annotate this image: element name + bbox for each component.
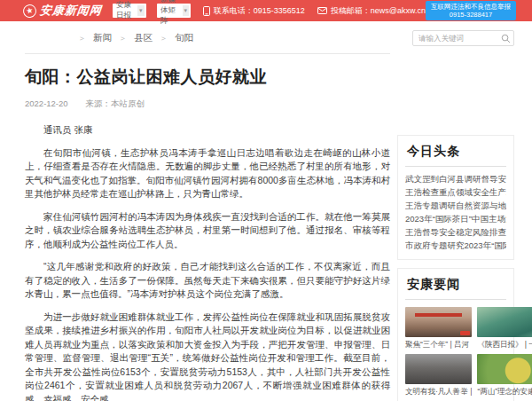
- article-paragraph: “这几年感谢党和政府的好政策，自己才能找到这么合适的工作，不仅离家近，而且有了稳…: [25, 260, 390, 302]
- news-thumbnail-fields: [477, 354, 532, 384]
- top-bar: ★ 安康新闻网 安康日报 ▾ 新媒体矩阵 ▾ 联系电话：0915-3356512…: [0, 0, 532, 21]
- article-paragraph: 家住仙河镇竹园河村的冯本涛因为身体残疾一直没找到合适的工作。就在他一筹莫展之时，…: [25, 210, 390, 252]
- news-thumb-grid: 聚焦“三个年” | 吕河 《陕西日报》 | 一泓清 文明有我·凡人善举 | “两…: [405, 307, 506, 397]
- watermark-logo: [460, 331, 470, 335]
- contact-phone-label: 联系电话：0915-3356512: [214, 5, 305, 17]
- ankang-news-box: 安康要闻 聚焦“三个年” | 吕河 《陕西日报》 | 一泓清 文明有我·凡人善举…: [397, 268, 514, 401]
- red-banner: [415, 313, 462, 317]
- headline-item[interactable]: 王浩专题调研自然资源与地灾防治工作: [405, 199, 506, 212]
- report-button-line1: 互联网违法和不良信息举报: [431, 3, 511, 11]
- report-button-line2: 0915-3288417: [431, 11, 511, 19]
- search-input[interactable]: [413, 34, 497, 43]
- contact-email-label: 投稿邮箱：news@akxw.cn: [331, 5, 426, 17]
- logo-text: 安康新闻网: [39, 3, 103, 19]
- news-thumbnail-river: [477, 307, 532, 337]
- news-thumb-item[interactable]: 聚焦“三个年” | 吕河: [405, 307, 472, 350]
- site-logo[interactable]: ★ 安康新闻网: [23, 3, 102, 19]
- sidebar: 今日头条 武文罡到白河县调研督导安全稳定等工作 王浩检查重点领域安全生产工作 王…: [397, 135, 514, 401]
- article-paragraph: 为进一步做好就业困难群体就业工作，发挥公益性岗位在保障就业和巩固拓展脱贫攻坚成果…: [25, 311, 390, 401]
- news-thumb-item[interactable]: 《陕西日报》 | 一泓清: [477, 307, 532, 350]
- today-headlines-title: 今日头条: [405, 144, 506, 167]
- breadcrumb-counties[interactable]: 县区: [134, 32, 153, 44]
- today-headlines-box: 今日头条 武文罡到白河县调研督导安全稳定等工作 王浩检查重点领域安全生产工作 王…: [397, 135, 514, 260]
- chevron-down-icon: ▾: [137, 5, 145, 16]
- headline-list: 武文罡到白河县调研督导安全稳定等工作 王浩检查重点领域安全生产工作 王浩专题调研…: [405, 172, 506, 252]
- breadcrumb-separator: ＞: [160, 33, 168, 44]
- headline-item[interactable]: 王浩检查重点领域安全生产工作: [405, 185, 506, 199]
- page: ★ 安康新闻网 安康日报 ▾ 新媒体矩阵 ▾ 联系电话：0915-3356512…: [0, 0, 532, 401]
- news-thumb-item[interactable]: “两山”理念的安康实践: [477, 354, 532, 397]
- headline-item[interactable]: 武文罡到白河县调研督导安全稳定等工作: [405, 172, 506, 185]
- breadcrumb-separator: ＞: [119, 33, 127, 44]
- article-body: 通讯员 张康 在旬阳市仙河镇，生态护林员冯本涛手拿巡山日志边唱着歌边走在崎岖的山…: [25, 123, 390, 401]
- article-source: 来源：本站原创: [86, 98, 145, 110]
- article-title: 旬阳：公益岗让困难人员好就业: [25, 66, 390, 89]
- headline-item[interactable]: 2023年“国际茶日”中国主场活动将于5月: [405, 212, 506, 225]
- news-caption: 聚焦“三个年” | 吕河: [405, 340, 472, 350]
- news-thumbnail-crowd: [405, 307, 472, 337]
- headline-item[interactable]: 王浩督导安全稳定风险排查化解工作: [405, 225, 506, 239]
- news-thumb-item[interactable]: 文明有我·凡人善举 |: [405, 354, 472, 397]
- newspaper-select-label: 安康日报: [116, 0, 137, 21]
- breadcrumb-xunyang[interactable]: 旬阳: [175, 32, 193, 44]
- logo-star-icon: ★: [22, 3, 38, 19]
- search-icon[interactable]: [497, 34, 513, 43]
- article-byline: 通讯员 张康: [25, 123, 390, 138]
- article-meta: 2022-12-20 来源：本站原创: [25, 98, 390, 110]
- newspaper-select[interactable]: 安康日报 ▾: [113, 4, 146, 18]
- illegal-report-button[interactable]: 互联网违法和不良信息举报 0915-3288417: [426, 1, 516, 20]
- search-box: [412, 30, 514, 46]
- article-date: 2022-12-20: [25, 98, 68, 110]
- phone-icon: [203, 6, 210, 16]
- news-caption: 《陕西日报》 | 一泓清: [477, 340, 532, 350]
- media-matrix-select[interactable]: 新媒体矩阵 ▾: [157, 4, 191, 18]
- news-thumbnail-street: [405, 354, 472, 384]
- article: 旬阳：公益岗让困难人员好就业 2022-12-20 来源：本站原创 通讯员 张康…: [25, 53, 390, 401]
- media-matrix-select-label: 新媒体矩阵: [160, 0, 183, 27]
- chevron-down-icon: ▾: [183, 5, 189, 16]
- headline-item[interactable]: 市政府专题研究2023年“国际茶日”中国主: [405, 239, 506, 252]
- envelope-icon: [317, 7, 327, 14]
- news-caption: 文明有我·凡人善举 |: [405, 387, 472, 397]
- ankang-news-title: 安康要闻: [405, 277, 506, 300]
- article-paragraph: 在旬阳市仙河镇，生态护林员冯本涛手拿巡山日志边唱着歌边走在崎岖的山林小道上，仔细…: [25, 146, 390, 201]
- news-caption: “两山”理念的安康实践: [477, 387, 532, 397]
- breadcrumb: ＞ 新闻 ＞ 县区 ＞ 旬阳: [78, 32, 193, 44]
- contact-phone: 联系电话：0915-3356512: [203, 5, 305, 17]
- breadcrumb-news[interactable]: 新闻: [93, 32, 112, 44]
- contact-email: 投稿邮箱：news@akxw.cn: [317, 5, 426, 17]
- breadcrumb-separator: ＞: [78, 33, 86, 44]
